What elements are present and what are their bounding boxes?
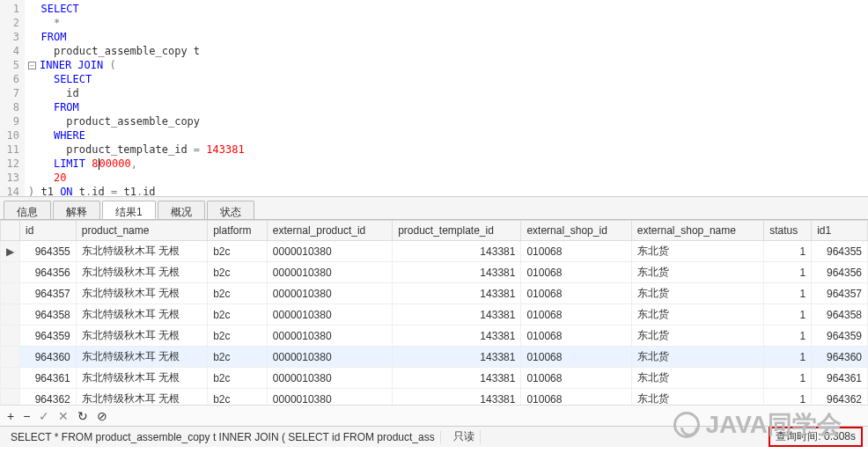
table-row[interactable]: 964360东北特级秋木耳 无根b2c000001038014338101006… (1, 347, 868, 368)
cell-id[interactable]: 964357 (20, 283, 77, 304)
table-row[interactable]: 964357东北特级秋木耳 无根b2c000001038014338101006… (1, 283, 868, 304)
cell-id1[interactable]: 964357 (812, 283, 868, 304)
column-header-platform[interactable]: platform (208, 221, 268, 241)
cell-id1[interactable]: 964360 (812, 347, 868, 368)
code-line[interactable]: LIMIT 800000, (28, 157, 864, 171)
cell-id1[interactable]: 964359 (812, 325, 868, 347)
cell-id1[interactable]: 964362 (812, 389, 868, 406)
cell-id[interactable]: 964356 (20, 262, 77, 283)
cell-product_template_id[interactable]: 143381 (393, 283, 521, 304)
cell-external_shop_id[interactable]: 010068 (521, 304, 631, 325)
cell-status[interactable]: 1 (764, 347, 812, 368)
code-line[interactable]: FROM (28, 30, 864, 44)
cell-external_shop_name[interactable]: 东北货 (631, 304, 763, 325)
code-line[interactable]: SELECT (28, 2, 864, 16)
cell-external_product_id[interactable]: 0000010380 (267, 325, 392, 347)
cell-product_name[interactable]: 东北特级秋木耳 无根 (76, 389, 207, 406)
cell-product_name[interactable]: 东北特级秋木耳 无根 (76, 325, 207, 347)
tab-概况[interactable]: 概况 (158, 201, 205, 219)
cell-status[interactable]: 1 (764, 368, 812, 389)
stop-button[interactable]: ⊘ (97, 409, 107, 423)
cell-product_template_id[interactable]: 143381 (393, 262, 521, 283)
fold-icon[interactable]: − (28, 62, 36, 69)
table-row[interactable]: 964358东北特级秋木耳 无根b2c000001038014338101006… (1, 304, 868, 325)
cell-external_shop_name[interactable]: 东北货 (631, 389, 763, 406)
cell-product_name[interactable]: 东北特级秋木耳 无根 (76, 368, 207, 389)
cell-external_shop_id[interactable]: 010068 (521, 347, 631, 368)
cell-product_name[interactable]: 东北特级秋木耳 无根 (76, 304, 207, 325)
code-line[interactable]: ) t1 ON t.id = t1.id (28, 185, 864, 197)
sql-editor[interactable]: 1234567891011121314 SELECT * FROM produc… (0, 0, 868, 197)
cell-external_shop_id[interactable]: 010068 (521, 262, 631, 283)
cell-external_product_id[interactable]: 0000010380 (267, 304, 392, 325)
column-header-product_name[interactable]: product_name (76, 221, 207, 241)
column-header-id[interactable]: id (20, 221, 77, 241)
column-header-product_template_id[interactable]: product_template_id (393, 221, 521, 241)
cell-external_shop_name[interactable]: 东北货 (631, 347, 763, 368)
code-line[interactable]: product_template_id = 143381 (28, 143, 864, 157)
cell-status[interactable]: 1 (764, 241, 812, 262)
cell-external_shop_name[interactable]: 东北货 (631, 262, 763, 283)
column-header-external_product_id[interactable]: external_product_id (267, 221, 392, 241)
code-line[interactable]: SELECT (28, 72, 864, 86)
cell-product_template_id[interactable]: 143381 (393, 304, 521, 325)
cell-id[interactable]: 964361 (20, 368, 77, 389)
cell-external_product_id[interactable]: 0000010380 (267, 368, 392, 389)
cell-platform[interactable]: b2c (208, 304, 268, 325)
cell-external_shop_name[interactable]: 东北货 (631, 283, 763, 304)
cell-id1[interactable]: 964361 (812, 368, 868, 389)
confirm-button[interactable]: ✓ (39, 409, 49, 423)
cell-status[interactable]: 1 (764, 262, 812, 283)
cell-platform[interactable]: b2c (208, 262, 268, 283)
cell-id[interactable]: 964358 (20, 304, 77, 325)
cell-id[interactable]: 964355 (20, 241, 77, 262)
column-header-status[interactable]: status (764, 221, 812, 241)
cell-external_product_id[interactable]: 0000010380 (267, 262, 392, 283)
tab-结果1[interactable]: 结果1 (102, 201, 156, 219)
cell-product_name[interactable]: 东北特级秋木耳 无根 (76, 262, 207, 283)
cell-external_shop_name[interactable]: 东北货 (631, 368, 763, 389)
cell-external_shop_id[interactable]: 010068 (521, 325, 631, 347)
remove-row-button[interactable]: − (23, 409, 30, 423)
cell-external_product_id[interactable]: 0000010380 (267, 283, 392, 304)
table-row[interactable]: 964361东北特级秋木耳 无根b2c000001038014338101006… (1, 368, 868, 389)
cell-platform[interactable]: b2c (208, 241, 268, 262)
cell-external_shop_name[interactable]: 东北货 (631, 325, 763, 347)
cell-id1[interactable]: 964355 (812, 241, 868, 262)
cell-product_name[interactable]: 东北特级秋木耳 无根 (76, 241, 207, 262)
cell-product_template_id[interactable]: 143381 (393, 325, 521, 347)
cell-product_template_id[interactable]: 143381 (393, 241, 521, 262)
table-row[interactable]: 964356东北特级秋木耳 无根b2c000001038014338101006… (1, 262, 868, 283)
tab-解释[interactable]: 解释 (53, 201, 100, 219)
tab-信息[interactable]: 信息 (4, 201, 51, 219)
code-line[interactable]: FROM (28, 100, 864, 114)
cell-external_product_id[interactable]: 0000010380 (267, 347, 392, 368)
cell-external_shop_id[interactable]: 010068 (521, 241, 631, 262)
cancel-button[interactable]: ✕ (58, 409, 69, 423)
cell-id1[interactable]: 964356 (812, 262, 868, 283)
cell-product_template_id[interactable]: 143381 (393, 368, 521, 389)
cell-status[interactable]: 1 (764, 283, 812, 304)
table-row[interactable]: 964362东北特级秋木耳 无根b2c000001038014338101006… (1, 389, 868, 406)
results-table[interactable]: idproduct_nameplatformexternal_product_i… (0, 220, 868, 405)
cell-platform[interactable]: b2c (208, 325, 268, 347)
cell-id1[interactable]: 964358 (812, 304, 868, 325)
cell-product_name[interactable]: 东北特级秋木耳 无根 (76, 347, 207, 368)
cell-external_shop_name[interactable]: 东北货 (631, 241, 763, 262)
cell-id[interactable]: 964362 (20, 389, 77, 406)
code-line[interactable]: id (28, 86, 864, 100)
cell-status[interactable]: 1 (764, 389, 812, 406)
cell-platform[interactable]: b2c (208, 368, 268, 389)
code-line[interactable]: WHERE (28, 128, 864, 143)
code-area[interactable]: SELECT * FROM product_assemble_copy t−IN… (25, 0, 868, 196)
cell-external_shop_id[interactable]: 010068 (521, 368, 631, 389)
cell-external_product_id[interactable]: 0000010380 (267, 389, 392, 406)
code-line[interactable]: 20 (28, 171, 864, 185)
cell-external_shop_id[interactable]: 010068 (521, 283, 631, 304)
table-row[interactable]: ▶964355东北特级秋木耳 无根b2c00000103801433810100… (1, 241, 868, 262)
refresh-button[interactable]: ↻ (77, 409, 88, 423)
code-line[interactable]: product_assemble_copy t (28, 44, 864, 58)
cell-external_product_id[interactable]: 0000010380 (267, 241, 392, 262)
code-line[interactable]: * (28, 16, 864, 30)
table-row[interactable]: 964359东北特级秋木耳 无根b2c000001038014338101006… (1, 325, 868, 347)
